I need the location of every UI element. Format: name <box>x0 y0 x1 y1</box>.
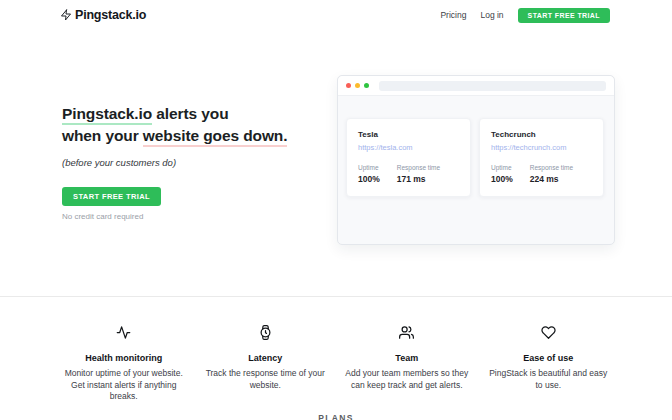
hero-start-trial-button[interactable]: START FREE TRIAL <box>62 187 161 206</box>
hero-subtext: (before your customers do) <box>62 157 322 168</box>
nav-link-pricing[interactable]: Pricing <box>440 10 466 20</box>
site-url-link: https://tesla.com <box>358 143 459 152</box>
traffic-light-close-icon <box>346 83 351 88</box>
feature-title: Health monitoring <box>56 353 192 363</box>
users-icon <box>399 326 414 343</box>
nav-start-trial-button[interactable]: START FREE TRIAL <box>518 8 610 23</box>
browser-mockup: Tesla https://tesla.com Uptime 100% Resp… <box>337 75 615 245</box>
uptime-stat: Uptime 100% <box>358 164 380 184</box>
uptime-label: Uptime <box>491 164 513 171</box>
logo-text: Pingstack.io <box>75 8 146 22</box>
logo[interactable]: Pingstack.io <box>60 8 146 22</box>
site-name: Techcrunch <box>491 130 592 139</box>
zap-icon <box>60 9 72 21</box>
feature-description: PingStack is beautiful and easy to use. <box>481 368 617 391</box>
hero-cta-note: No credit card required <box>62 212 322 221</box>
traffic-light-minimize-icon <box>355 83 360 88</box>
feature-title: Ease of use <box>481 353 617 363</box>
site-card-techcrunch: Techcrunch https://techcrunch.com Uptime… <box>479 118 604 197</box>
feature-health-monitoring: Health monitoring Monitor uptime of your… <box>56 325 192 403</box>
traffic-lights <box>346 83 369 88</box>
mockup-body: Tesla https://tesla.com Uptime 100% Resp… <box>338 96 614 197</box>
response-time-value: 224 ms <box>530 174 573 184</box>
feature-title: Latency <box>198 353 334 363</box>
navbar-links: Pricing Log in START FREE TRIAL <box>440 8 610 23</box>
site-stats: Uptime 100% Response time 171 ms <box>358 164 459 184</box>
response-time-label: Response time <box>397 164 440 171</box>
traffic-light-maximize-icon <box>364 83 369 88</box>
feature-description: Track the response time of your website. <box>198 368 334 391</box>
feature-team: Team Add your team members so they can k… <box>339 325 475 403</box>
watch-icon <box>258 326 273 343</box>
section-divider <box>0 296 672 297</box>
site-url-link: https://techcrunch.com <box>491 143 592 152</box>
landing-page: Pingstack.io Pricing Log in START FREE T… <box>0 0 672 420</box>
uptime-stat: Uptime 100% <box>491 164 513 184</box>
nav-link-login[interactable]: Log in <box>480 10 503 20</box>
feature-description: Add your team members so they can keep t… <box>339 368 475 391</box>
response-time-value: 171 ms <box>397 174 440 184</box>
feature-title: Team <box>339 353 475 363</box>
feature-latency: Latency Track the response time of your … <box>198 325 334 403</box>
activity-icon <box>116 326 131 343</box>
hero-heading-highlight-brand: Pingstack.io <box>62 105 152 125</box>
uptime-label: Uptime <box>358 164 380 171</box>
response-time-stat: Response time 171 ms <box>397 164 440 184</box>
response-time-label: Response time <box>530 164 573 171</box>
site-name: Tesla <box>358 130 459 139</box>
hero-heading-line1-rest: alerts you <box>152 105 228 122</box>
feature-ease-of-use: Ease of use PingStack is beautiful and e… <box>481 325 617 403</box>
uptime-value: 100% <box>358 174 380 184</box>
hero-heading: Pingstack.io alerts you when your websit… <box>62 103 322 147</box>
browser-titlebar <box>338 76 614 96</box>
features-section: Health monitoring Monitor uptime of your… <box>56 325 616 403</box>
plans-section-label: PLANS <box>0 413 672 420</box>
uptime-value: 100% <box>491 174 513 184</box>
navbar: Pingstack.io Pricing Log in START FREE T… <box>0 0 672 30</box>
site-stats: Uptime 100% Response time 224 ms <box>491 164 592 184</box>
response-time-stat: Response time 224 ms <box>530 164 573 184</box>
feature-description: Monitor uptime of your website. Get inst… <box>56 368 192 403</box>
hero-section: Pingstack.io alerts you when your websit… <box>62 103 322 221</box>
hero-heading-line2-prefix: when your <box>62 127 143 144</box>
browser-url-bar <box>379 81 606 91</box>
heart-icon <box>541 326 556 343</box>
site-card-tesla: Tesla https://tesla.com Uptime 100% Resp… <box>346 118 471 197</box>
hero-heading-highlight-down: website goes down. <box>143 127 288 147</box>
